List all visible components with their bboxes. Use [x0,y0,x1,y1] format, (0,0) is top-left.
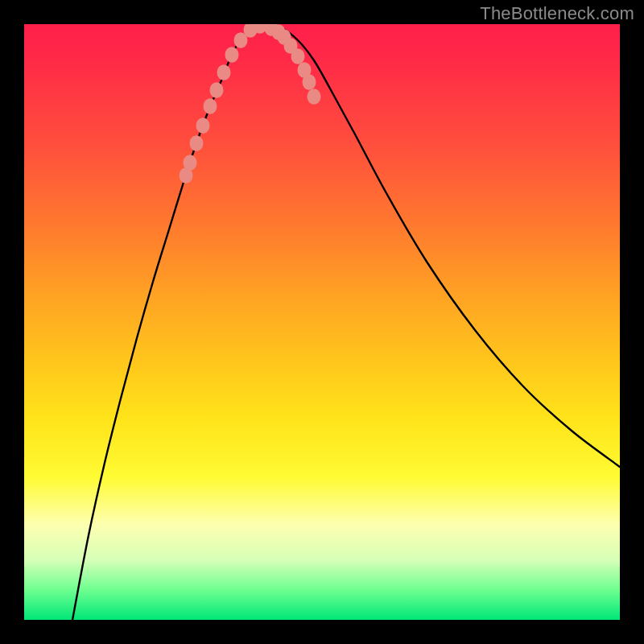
curve-layer [24,24,620,620]
marker-dot [308,89,321,105]
marker-dot [217,64,231,80]
plot-area [24,24,620,620]
marker-dot [190,135,204,151]
bottleneck-curve [72,26,620,620]
marker-dot [210,82,224,98]
marker-dot [184,155,197,171]
marker-dot [303,74,316,90]
chart-canvas: TheBottleneck.com [0,0,644,644]
marker-dot [196,118,210,134]
bottleneck-curve-path [72,26,620,620]
marker-dot [204,98,217,114]
marker-dot [225,47,239,63]
watermark-text: TheBottleneck.com [480,3,634,24]
highlight-markers [180,24,321,184]
marker-dot [291,48,305,64]
